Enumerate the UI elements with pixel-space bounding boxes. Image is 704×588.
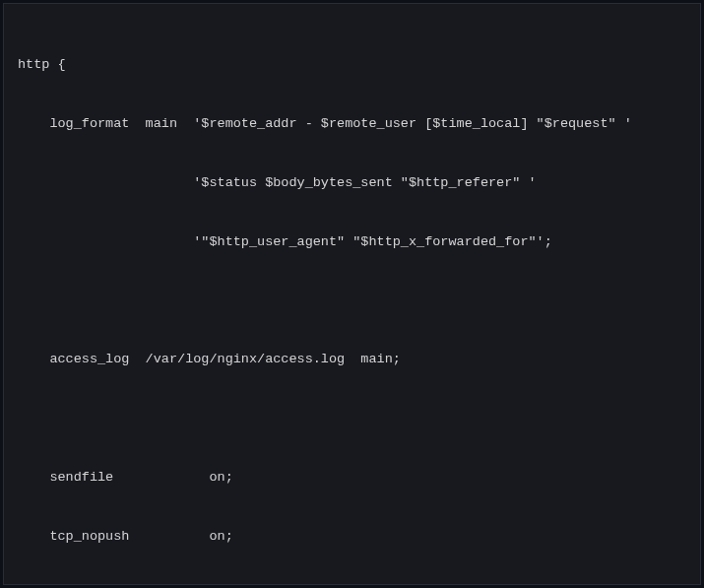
code-line (18, 409, 686, 428)
code-line: log_format main '$remote_addr - $remote_… (18, 114, 686, 134)
code-line (18, 292, 686, 311)
code-line: access_log /var/log/nginx/access.log mai… (18, 350, 686, 369)
nginx-config-code-block: http { log_format main '$remote_addr - $… (3, 3, 701, 585)
code-line: '"$http_user_agent" "$http_x_forwarded_f… (18, 232, 686, 252)
code-line: sendfile on; (18, 468, 686, 488)
code-line: tcp_nopush on; (18, 527, 686, 547)
code-line: http { (18, 55, 686, 75)
code-line: '$status $body_bytes_sent "$http_referer… (18, 173, 686, 193)
